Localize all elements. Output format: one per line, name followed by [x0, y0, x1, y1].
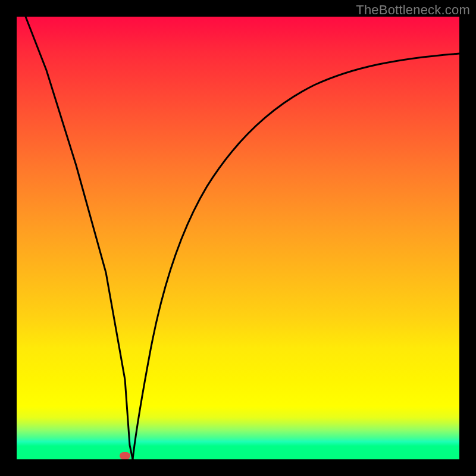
bottleneck-curve: [17, 17, 459, 459]
plot-area: [17, 17, 459, 459]
minimum-marker: [120, 452, 130, 459]
watermark-text: TheBottleneck.com: [356, 2, 470, 18]
